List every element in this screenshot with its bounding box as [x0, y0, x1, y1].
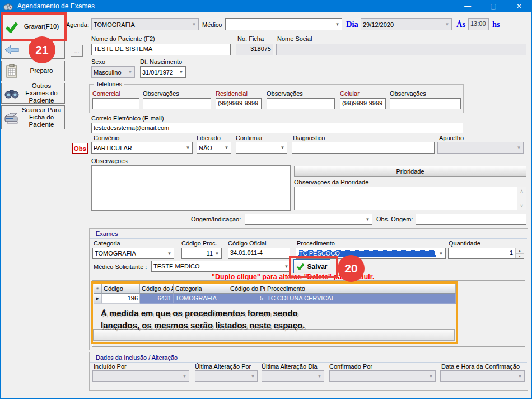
chevron-down-icon: ▼: [222, 145, 231, 150]
nome-paciente-field[interactable]: TESTE DE SISTEMA: [91, 44, 231, 55]
chevron-down-icon: ▼: [333, 22, 342, 27]
binoculars-app-icon: [3, 2, 13, 11]
chevron-down-icon: ▼: [443, 22, 451, 27]
observacoes-textarea[interactable]: [91, 165, 291, 211]
codigo-proc-label: Código Proc.: [181, 240, 217, 247]
chevron-down-icon: ▼: [177, 69, 185, 75]
spin-up-icon[interactable]: ▲: [516, 248, 524, 254]
dia-combo[interactable]: 29/12/2020 ▼: [361, 18, 452, 30]
chevron-down-icon: ▼: [126, 69, 134, 75]
prioridade-obs-label: Observações da Prioridade: [294, 179, 368, 185]
data-hora-confirmacao-label: Data e Hora da Confirmação: [441, 363, 520, 370]
chevron-down-icon: ▼: [516, 374, 524, 379]
preparo-button[interactable]: Preparo: [1, 61, 65, 81]
aparelho-combo: ▼: [437, 142, 524, 154]
confirmar-combo[interactable]: ▼: [236, 142, 287, 154]
comercial-field[interactable]: [92, 98, 139, 109]
observacoes-label: Observações: [91, 157, 128, 164]
chevron-down-icon: ▼: [363, 217, 372, 222]
comercial-label: Comercial: [92, 90, 120, 97]
divider: [90, 362, 527, 363]
exames-group-title: Exames: [96, 230, 118, 237]
outros-exames-button[interactable]: Outros Exames do Paciente: [1, 83, 65, 104]
email-field[interactable]: testedesistema@email.com: [91, 123, 463, 133]
aparelho-label: Aparelho: [439, 134, 464, 141]
codigo-proc-combo[interactable]: 11 ▼: [181, 248, 222, 259]
diagnostico-field[interactable]: [292, 142, 435, 154]
spin-down-icon[interactable]: ▼: [516, 254, 524, 259]
app-window: Agendamento de Exames — ▢ ✕ Gravar(F10) …: [0, 0, 532, 399]
chevron-down-icon: ▼: [278, 145, 287, 150]
window-title: Agendamento de Exames: [17, 2, 95, 10]
scroll-down-icon[interactable]: ∨: [520, 203, 524, 208]
obs1-field[interactable]: [143, 98, 211, 109]
chevron-down-icon: ▼: [427, 374, 435, 379]
scrollbar[interactable]: ∧ ∨: [517, 187, 526, 210]
medico-label: Médico: [202, 21, 222, 28]
agenda-combo[interactable]: TOMOGRAFIA ▼: [91, 18, 199, 30]
obs-origem-field[interactable]: [416, 214, 526, 225]
codigo-oficial-field[interactable]: 34.01.011-4: [228, 248, 290, 259]
annotation-orange-rect: [91, 281, 458, 344]
annotation-badge-21: 21: [29, 36, 55, 63]
incluido-por-label: Incluído Por: [94, 363, 127, 370]
codigo-oficial-label: Código Oficial: [228, 240, 266, 247]
hs-label: hs: [492, 20, 500, 29]
medico-combo[interactable]: ▼: [225, 18, 342, 30]
sexo-combo[interactable]: Masculino ▼: [91, 66, 135, 78]
residencial-field[interactable]: (99)9999-9999: [216, 98, 262, 109]
convenio-combo[interactable]: PARTICULAR ▼: [91, 142, 193, 154]
prioridade-header[interactable]: Prioridade: [294, 166, 526, 177]
nascimento-combo[interactable]: 31/01/1972 ▼: [140, 66, 186, 78]
confirmar-label: Confirmar: [236, 134, 263, 141]
obs3-label: Observações: [390, 90, 426, 97]
hora-field[interactable]: 13:00: [468, 18, 489, 30]
liberado-label: Liberado: [197, 134, 221, 141]
obs-button[interactable]: Obs: [72, 143, 88, 154]
origem-label: Origem/Indicação:: [191, 216, 241, 222]
scroll-up-icon[interactable]: ∧: [520, 188, 524, 194]
scanear-button[interactable]: Scanear Para Ficha do Paciente: [1, 105, 65, 129]
obs1-label: Observações: [143, 90, 179, 97]
chevron-down-icon: ▼: [165, 251, 174, 256]
maximize-icon: ▢: [480, 0, 506, 12]
quantidade-stepper[interactable]: 1 ▲ ▼: [448, 248, 524, 259]
liberado-combo[interactable]: NÃO ▼: [197, 142, 231, 154]
browse-patient-button[interactable]: ...: [71, 45, 83, 57]
chevron-down-icon: ▼: [249, 374, 257, 379]
obs3-field[interactable]: [390, 98, 461, 109]
annotation-badge-20: 20: [338, 255, 365, 282]
email-label: Correio Eletrônico (E-mail): [91, 115, 164, 122]
annotation-rect-21: [1, 12, 67, 41]
telefones-legend: Telefones: [94, 81, 124, 87]
convenio-label: Convênio: [94, 134, 119, 141]
nome-social-label: Nome Social: [277, 35, 312, 42]
categoria-combo[interactable]: TOMOGRAFIA ▼: [92, 248, 174, 259]
dia-label: Dia: [346, 20, 358, 29]
minimize-icon[interactable]: —: [455, 0, 480, 12]
chevron-down-icon: ▼: [184, 145, 192, 150]
confirmado-por-label: Confirmado Por: [329, 363, 372, 370]
chevron-down-icon: ▼: [180, 374, 189, 379]
quantidade-label: Quantidade: [449, 240, 480, 247]
scanner-icon: [3, 111, 20, 124]
outros-exames-label: Outros Exames do Paciente: [20, 82, 63, 104]
medico-solicitante-label: Médico Solicitante :: [94, 263, 147, 270]
obs2-field[interactable]: [267, 98, 335, 109]
residencial-label: Residencial: [216, 90, 248, 97]
dados-group-title: Dados da Inclusão / Alteração: [96, 354, 178, 361]
ultima-alteracao-dia-label: Última Alteração Dia: [262, 363, 318, 370]
confirmado-por-combo: ▼: [329, 370, 436, 382]
celular-field[interactable]: (99)9999-9999: [340, 98, 386, 109]
titlebar: Agendamento de Exames — ▢ ✕: [0, 0, 532, 12]
prioridade-obs-textarea[interactable]: ∧ ∨: [294, 187, 526, 210]
chevron-down-icon: ▼: [515, 145, 523, 150]
diagnostico-label: Diagnostico: [293, 134, 325, 141]
obs-origem-label: Obs. Origem:: [376, 216, 413, 222]
close-icon[interactable]: ✕: [506, 0, 532, 12]
origem-combo[interactable]: ▼: [245, 214, 372, 225]
medico-solicitante-combo[interactable]: TESTE MEDICO ▼: [151, 261, 291, 272]
scanear-label: Scanear Para Ficha do Paciente: [20, 106, 63, 128]
ultima-alteracao-por-label: Última Alteração Por: [195, 363, 251, 370]
binoculars-icon: [3, 88, 20, 99]
